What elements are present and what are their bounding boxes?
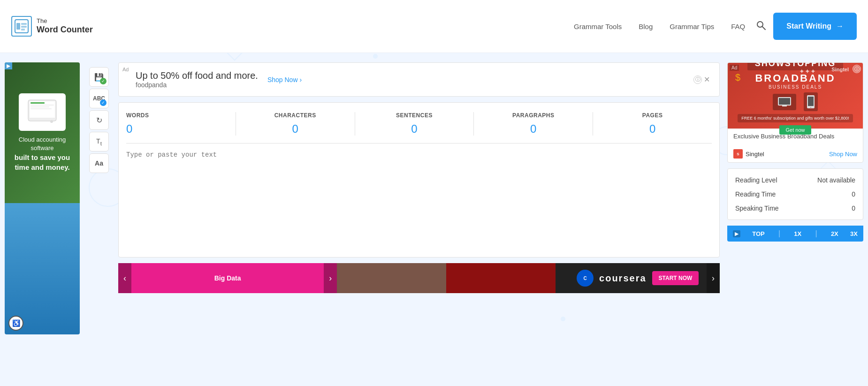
device-2 [804,92,818,111]
search-icon [756,21,766,30]
carousel-prev-button[interactable]: ‹ [118,263,131,293]
accessibility-button[interactable]: ♿ [8,316,23,331]
svg-rect-10 [16,23,20,30]
font-style-button[interactable]: Aa [89,153,109,173]
left-ad-text: Cloud accounting software built to save … [12,136,72,173]
nav-blog[interactable]: Blog [639,23,653,30]
stat-words-label: WORDS [126,112,226,119]
reading-level-value: Not available [817,176,855,184]
stat-words-value: 0 [126,122,226,136]
main-content: ▶ Cloud accounting software built to sav… [0,53,868,344]
right-ad-banner: Ad ⓘ Singtel ✦✦✦ $ SHOWSTOPPING BROADBAN… [728,63,863,129]
tablet-mockup [19,93,66,131]
dollar-decoration: $ [735,72,740,83]
nav-faq[interactable]: FAQ [731,23,745,30]
right-ad-cta-button[interactable]: Get now [779,125,812,135]
right-ad-devices [773,92,818,111]
font-size-button[interactable]: Tt [89,132,109,151]
stat-paragraphs: PARAGRAPHS 0 [474,112,593,136]
svg-rect-11 [21,23,27,25]
speaking-time-value: 0 [852,204,855,212]
right-ad-content: SHOWSTOPPING BROADBAND BUSINESS DEALS FR… [738,62,853,135]
spellcheck-button[interactable]: ABC ✓ [89,89,109,108]
top-ad-cta-label: Shop Now [267,76,298,83]
logo-line1: The [37,17,93,25]
start-writing-button[interactable]: Start Writing → [773,13,857,40]
stat-sentences-label: SENTENCES [365,112,464,119]
svg-rect-17 [30,101,55,118]
svg-line-15 [762,27,765,30]
top-ad-brand: foodpanda [136,81,258,89]
svg-rect-12 [21,26,27,28]
carousel-item-bigdata[interactable]: ‹ Big Data › [118,263,337,293]
stat-characters-label: CHARACTERS [245,112,345,119]
right-ad-title-text: SHOWSTOPPING [755,62,836,68]
text-area-wrapper [126,151,712,251]
nav-grammar-tools[interactable]: Grammar Tools [574,23,622,30]
spell-badge: ✓ [100,99,107,106]
carousel-item-2[interactable] [337,263,446,293]
main-text-input[interactable] [126,151,712,245]
ad-close-button[interactable]: ✕ [702,75,712,84]
reading-time-row: Reading Time 0 [735,190,855,198]
left-ad-label: ▶ [5,62,12,69]
speed-1x-button[interactable]: 1X [794,230,801,237]
reading-time-value: 0 [852,190,855,198]
right-ad: Ad ⓘ Singtel ✦✦✦ $ SHOWSTOPPING BROADBAN… [727,62,863,163]
speed-2x-button[interactable]: 2X [831,230,838,237]
top-ad-label: Ad [122,67,129,72]
stats-bar: WORDS 0 CHARACTERS 0 SENTENCES 0 PARAGRA… [118,102,720,257]
carousel-next-button-2[interactable]: › [707,263,720,293]
header: The Word Counter Grammar Tools Blog Gram… [0,0,868,53]
save-badge: ✓ [100,78,107,84]
reading-stats-card: Reading Level Not available Reading Time… [727,168,863,220]
carousel-item-4[interactable]: C coursera START NOW › [556,263,720,293]
logo[interactable]: The Word Counter [11,16,93,37]
search-button[interactable] [756,21,766,32]
reading-time-label: Reading Time [735,190,776,198]
right-ad-footer: S Singtel Shop Now [728,145,863,162]
start-writing-arrow: → [836,22,844,30]
svg-rect-24 [779,98,790,105]
stars-decoration: ✦✦✦ [799,68,816,75]
right-ad-sub2: BUSINESS DEALS [769,84,822,90]
nav-grammar-tips[interactable]: Grammar Tips [670,23,714,30]
font-aa-icon: Aa [95,159,103,167]
right-ad-info-button[interactable]: ⓘ [853,65,861,73]
carousel-label-1: Big Data [214,274,241,282]
nav-links: Grammar Tools Blog Grammar Tips FAQ [574,23,745,30]
stat-pages-value: 0 [602,122,702,136]
left-ad-text-line1: Cloud accounting software [19,136,66,151]
svg-rect-21 [30,108,52,109]
save-button[interactable]: 💾 ✓ [89,67,109,87]
carousel-img-3 [446,263,556,293]
stat-paragraphs-label: PARAGRAPHS [483,112,583,119]
refresh-button[interactable]: ↻ [89,110,109,130]
speaking-time-label: Speaking Time [735,204,779,212]
bottom-carousel: ‹ Big Data › C coursera START NOW › [118,263,720,293]
speed-3x-button[interactable]: 3X [850,230,858,237]
right-ad-showstopping: SHOWSTOPPING [747,62,844,70]
stat-characters-value: 0 [245,122,345,136]
svg-rect-13 [21,29,25,30]
carousel-next-button[interactable]: › [324,263,337,293]
top-ad-banner: Ad Up to 50% off food and more. foodpand… [118,62,720,97]
center-area: Ad Up to 50% off food and more. foodpand… [118,62,720,334]
left-ad-bottom [5,203,80,334]
carousel-item-3[interactable] [446,263,556,293]
right-ad-shop-now-link[interactable]: Shop Now [829,151,857,158]
coursera-start-button[interactable]: START NOW [652,271,699,285]
right-ad-label: Ad [730,65,739,71]
right-sidebar: Ad ⓘ Singtel ✦✦✦ $ SHOWSTOPPING BROADBAN… [727,62,863,334]
accessibility-icon: ♿ [12,319,20,327]
speed-top-button[interactable]: TOP [752,230,765,237]
stat-paragraphs-value: 0 [483,122,583,136]
top-ad-cta[interactable]: Shop Now › [267,76,302,83]
singtel-logo: Singtel [831,67,849,72]
stat-pages-label: PAGES [602,112,702,119]
svg-rect-25 [782,106,787,106]
toolbar: 💾 ✓ ABC ✓ ↻ Tt Aa [87,62,111,334]
ad-info-button[interactable]: ⓘ [693,76,702,84]
right-ad-brand: S Singtel [733,149,764,159]
start-writing-label: Start Writing [786,22,831,30]
